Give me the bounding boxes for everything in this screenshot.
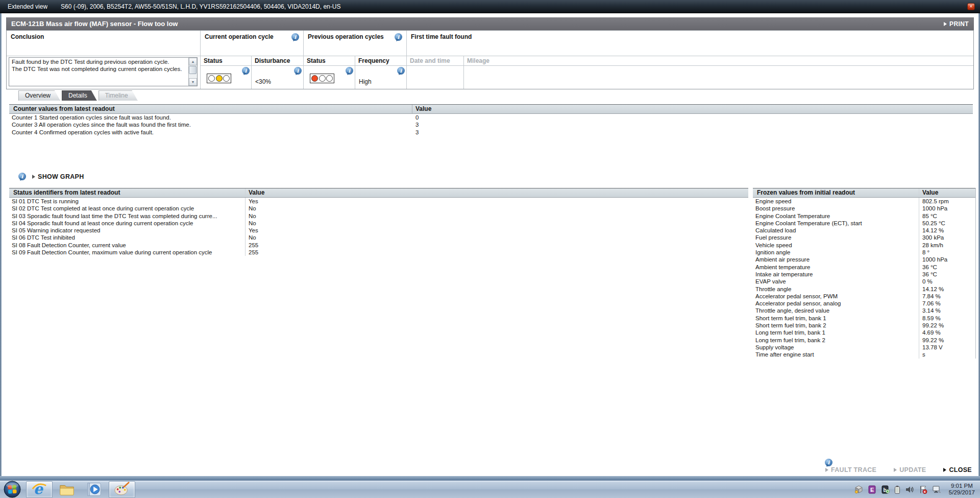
table-body: Engine speed 802.5 rpm Boost pressure 10… <box>753 198 975 359</box>
taskbar-item-internet-explorer[interactable]: e <box>26 481 53 498</box>
table-row: Throttle angle, desired value 3.14 % <box>753 307 975 314</box>
tray-b-app-icon[interactable]: b <box>881 485 890 494</box>
previous-status-cell: i <box>304 66 355 89</box>
table-row: Ignition angle 8 ° <box>753 249 975 256</box>
table-row: Calculated load 14.12 % <box>753 227 975 234</box>
info-icon[interactable]: i <box>291 33 299 41</box>
info-icon[interactable]: i <box>825 459 832 466</box>
current-status-label: Status <box>201 56 252 66</box>
table-row: Short term fuel trim, bank 1 8.59 % <box>753 315 975 322</box>
date-time-label: Date and time <box>407 56 464 66</box>
scrollbar-thumb[interactable] <box>189 66 197 74</box>
info-icon[interactable]: i <box>346 67 353 75</box>
table-row: SI 04 Sporadic fault found at least once… <box>9 220 748 227</box>
chevron-right-icon <box>944 22 947 26</box>
table-row: Engine speed 802.5 rpm <box>753 198 975 205</box>
status-identifiers-table: Status identifiers from latest readout V… <box>9 188 748 256</box>
tab-timeline[interactable]: Timeline <box>99 90 138 101</box>
table-row: Vehicle speed 28 km/h <box>753 242 975 249</box>
table-row: SI 09 Fault Detection Counter, maximum v… <box>9 249 748 256</box>
info-icon[interactable]: i <box>242 67 250 75</box>
table-row: SI 03 Sporadic fault found last time the… <box>9 212 748 220</box>
table-row: Ambient temperature 36 °C <box>753 264 975 271</box>
tab-details[interactable]: Details <box>62 90 97 101</box>
internet-explorer-icon: e <box>31 481 47 497</box>
first-time-header: First time fault found <box>407 31 973 56</box>
traffic-light-indicator <box>310 74 334 83</box>
info-icon[interactable]: i <box>397 67 405 75</box>
table-row: Long term fuel trim, bank 2 99.22 % <box>753 337 975 344</box>
table-row: Long term fuel trim, bank 1 4.69 % <box>753 329 975 336</box>
scroll-down-icon[interactable]: ▼ <box>189 78 197 86</box>
conclusion-textbox: Fault found by the DTC Test during previ… <box>9 57 198 86</box>
action-center-flag-icon[interactable]: x <box>919 485 927 494</box>
date-time-cell <box>407 66 464 89</box>
chevron-right-icon <box>825 468 828 472</box>
table-row: SI 05 Warning indicator requested Yes <box>9 227 748 234</box>
scrollbar[interactable]: ▲ ▼ <box>188 58 197 86</box>
tray-app-cube-icon[interactable] <box>854 485 863 494</box>
chevron-right-icon <box>943 468 946 472</box>
window-titlebar: Extended view S60 (-09), 2006, B5254T2, … <box>0 0 980 13</box>
table-row: Ambient air pressure 1000 hPa <box>753 256 975 263</box>
table-row: Counter 1 Started operation cycles since… <box>9 114 973 121</box>
frequency-value: High <box>359 78 372 85</box>
table-row: Short term fuel trim, bank 2 99.22 % <box>753 322 975 329</box>
previous-cycles-header: i Previous operation cycles <box>304 31 407 56</box>
table-row: Accelerator pedal sensor, analog 7.06 % <box>753 300 975 307</box>
taskbar-item-explorer[interactable] <box>54 481 80 498</box>
media-player-icon <box>86 481 103 497</box>
table-row: Fuel pressure 300 kPa <box>753 234 975 241</box>
table-row: Supply voltage 13.78 V <box>753 344 975 351</box>
paint-icon <box>114 481 130 497</box>
conclusion-cell: Fault found by the DTC Test during previ… <box>7 56 201 89</box>
svg-text:E: E <box>870 487 874 493</box>
fault-trace-button[interactable]: FAULT TRACE <box>825 466 876 473</box>
table-row: Time after engine start s <box>753 351 975 358</box>
table-row: SI 02 DTC Test completed at least once d… <box>9 205 748 212</box>
disturbance-value: <30% <box>255 78 271 85</box>
table-row: Accelerator pedal sensor, PWM 7.84 % <box>753 293 975 300</box>
battery-icon[interactable] <box>894 485 900 494</box>
info-icon[interactable]: i <box>18 173 26 180</box>
tray-v-app-icon[interactable]: E <box>868 485 876 494</box>
volume-icon[interactable] <box>905 485 914 494</box>
show-graph-button[interactable]: SHOW GRAPH <box>32 173 84 180</box>
print-button[interactable]: PRINT <box>944 20 969 28</box>
fault-summary-panel: Conclusion i Current operation cycle i P… <box>6 30 974 89</box>
system-tray: E b x 9:01 <box>854 483 980 496</box>
taskbar-item-paint[interactable] <box>109 481 135 498</box>
close-button[interactable]: CLOSE <box>943 466 972 473</box>
table-header: Frozen values from initial readout Value <box>753 188 975 198</box>
table-body: Counter 1 Started operation cycles since… <box>9 114 973 136</box>
scrollbar-track[interactable] <box>189 65 197 78</box>
scroll-up-icon[interactable]: ▲ <box>189 58 197 65</box>
counter-values-table: Counter values from latest readout Value… <box>9 104 973 136</box>
network-icon[interactable] <box>932 485 941 494</box>
taskbar-item-media-player[interactable] <box>81 481 108 498</box>
window-title: Extended view <box>5 3 47 10</box>
taskbar: e <box>0 480 980 498</box>
fault-title: ECM-121B Mass air flow (MAF) sensor - Fl… <box>11 20 178 28</box>
current-status-cell: i <box>201 66 252 89</box>
info-icon[interactable]: i <box>395 33 402 41</box>
table-body: SI 01 DTC Test is running Yes SI 02 DTC … <box>9 198 748 256</box>
mileage-cell <box>464 66 973 89</box>
table-header: Counter values from latest readout Value <box>9 104 973 114</box>
table-row: Counter 4 Confirmed operation cycles wit… <box>9 129 973 136</box>
close-window-icon[interactable]: × <box>967 3 975 10</box>
mileage-label: Mileage <box>464 56 973 66</box>
start-button[interactable] <box>3 481 21 498</box>
frequency-cell: i High <box>355 66 407 89</box>
fault-header-bar: ECM-121B Mass air flow (MAF) sensor - Fl… <box>6 17 974 30</box>
svg-text:x: x <box>924 490 926 493</box>
tab-overview[interactable]: Overview <box>18 90 60 101</box>
conclusion-header: Conclusion <box>7 31 201 56</box>
previous-status-label: Status <box>304 56 355 66</box>
update-button[interactable]: UPDATE <box>894 466 926 473</box>
info-icon[interactable]: i <box>294 67 302 75</box>
chevron-right-icon <box>894 468 897 472</box>
footer-actions: FAULT TRACE UPDATE CLOSE <box>825 466 972 473</box>
taskbar-clock[interactable]: 9:01 PM 5/29/2017 <box>949 483 975 496</box>
traffic-light-indicator <box>207 74 231 83</box>
